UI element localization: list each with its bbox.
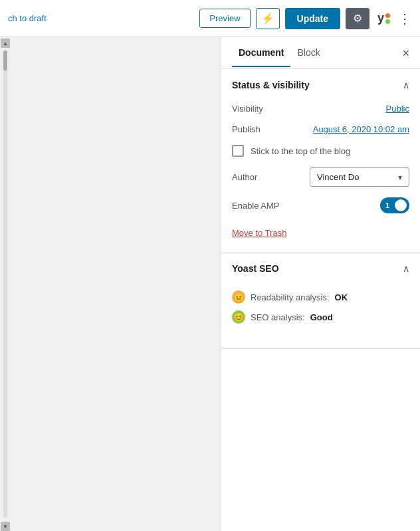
seo-face-icon: 😊 <box>232 310 245 324</box>
yoast-dots <box>385 13 390 24</box>
tab-block[interactable]: Block <box>290 39 326 67</box>
yoast-letter: y <box>377 11 384 25</box>
neutral-face-symbol: 😐 <box>233 292 244 302</box>
preview-button[interactable]: Preview <box>199 9 250 28</box>
yoast-chevron-up-icon: ∧ <box>403 263 409 274</box>
move-to-trash-button[interactable]: Move to Trash <box>232 228 286 238</box>
stick-to-top-checkbox[interactable] <box>232 145 244 157</box>
seo-analysis-item: 😊 SEO analysis: Good <box>232 307 409 327</box>
publish-row: Publish August 6, 2020 10:02 am <box>232 119 409 140</box>
main-layout: ▲ ▼ Document Block × Status & visibility… <box>0 37 420 531</box>
yoast-seo-header[interactable]: Yoast SEO ∧ <box>221 253 420 282</box>
stick-to-top-row: Stick to the top of the blog <box>232 140 409 162</box>
scroll-up-button[interactable]: ▲ <box>1 39 10 48</box>
chevron-down-icon: ▾ <box>398 173 402 182</box>
amp-toggle[interactable]: 1 <box>380 197 409 213</box>
dot-orange <box>385 13 390 18</box>
settings-button[interactable]: ⚙ <box>346 8 369 29</box>
yoast-seo-title: Yoast SEO <box>232 263 279 274</box>
visibility-row: Visibility Public <box>232 98 409 119</box>
scroll-thumb[interactable] <box>3 51 7 70</box>
yoast-icon-button[interactable]: y <box>375 9 393 28</box>
seo-label: SEO analysis: <box>251 312 305 322</box>
yoast-seo-section: Yoast SEO ∧ 😐 Readability analysis: OK <box>221 253 420 349</box>
visibility-value[interactable]: Public <box>386 104 409 114</box>
author-label: Author <box>232 172 257 182</box>
sidebar-panel: Document Block × Status & visibility ∧ V… <box>221 37 420 531</box>
author-select-value: Vincent Do <box>317 172 359 182</box>
visibility-label: Visibility <box>232 104 263 114</box>
seo-value: Good <box>310 312 333 322</box>
amp-toggle-wrap: 1 <box>380 197 409 213</box>
author-row: Author Vincent Do ▾ <box>232 162 409 192</box>
enable-amp-row: Enable AMP 1 <box>232 192 409 219</box>
yoast-items: 😐 Readability analysis: OK 😊 SEO analysi… <box>232 282 409 338</box>
content-area <box>11 37 221 531</box>
status-visibility-content: Visibility Public Publish August 6, 2020… <box>221 98 420 252</box>
lightning-button[interactable]: ⚡ <box>256 8 280 29</box>
lightning-icon: ⚡ <box>261 12 274 25</box>
readability-value: OK <box>335 292 348 302</box>
readability-face-icon: 😐 <box>232 290 245 304</box>
switch-to-draft-link[interactable]: ch to draft <box>8 13 47 23</box>
enable-amp-label: Enable AMP <box>232 201 280 211</box>
panel-tabs: Document Block × <box>221 37 420 69</box>
tab-document[interactable]: Document <box>232 39 290 67</box>
publish-value[interactable]: August 6, 2020 10:02 am <box>313 124 409 134</box>
toggle-knob <box>395 199 407 211</box>
trash-row: Move to Trash <box>232 219 409 241</box>
left-scrollbar: ▲ ▼ <box>0 37 11 531</box>
status-visibility-section: Status & visibility ∧ Visibility Public … <box>221 69 420 253</box>
readability-item: 😐 Readability analysis: OK <box>232 287 409 307</box>
yoast-seo-content: 😐 Readability analysis: OK 😊 SEO analysi… <box>221 282 420 348</box>
update-button[interactable]: Update <box>285 8 340 29</box>
scroll-down-button[interactable]: ▼ <box>1 522 10 531</box>
readability-label: Readability analysis: <box>251 292 330 302</box>
toggle-number: 1 <box>385 201 389 209</box>
scroll-track <box>3 51 7 518</box>
toolbar: ch to draft Preview ⚡ Update ⚙ y ⋮ <box>0 0 420 37</box>
dot-green <box>385 19 390 24</box>
stick-to-top-label: Stick to the top of the blog <box>251 146 350 156</box>
status-visibility-header[interactable]: Status & visibility ∧ <box>221 69 420 98</box>
more-options-button[interactable]: ⋮ <box>398 11 412 27</box>
gear-icon: ⚙ <box>353 12 362 25</box>
author-select[interactable]: Vincent Do ▾ <box>310 167 409 187</box>
panel-close-button[interactable]: × <box>402 47 409 59</box>
smile-face-symbol: 😊 <box>233 312 244 322</box>
status-visibility-title: Status & visibility <box>232 80 310 90</box>
publish-label: Publish <box>232 124 261 134</box>
chevron-up-icon: ∧ <box>403 80 409 90</box>
toolbar-left: ch to draft <box>8 13 194 23</box>
